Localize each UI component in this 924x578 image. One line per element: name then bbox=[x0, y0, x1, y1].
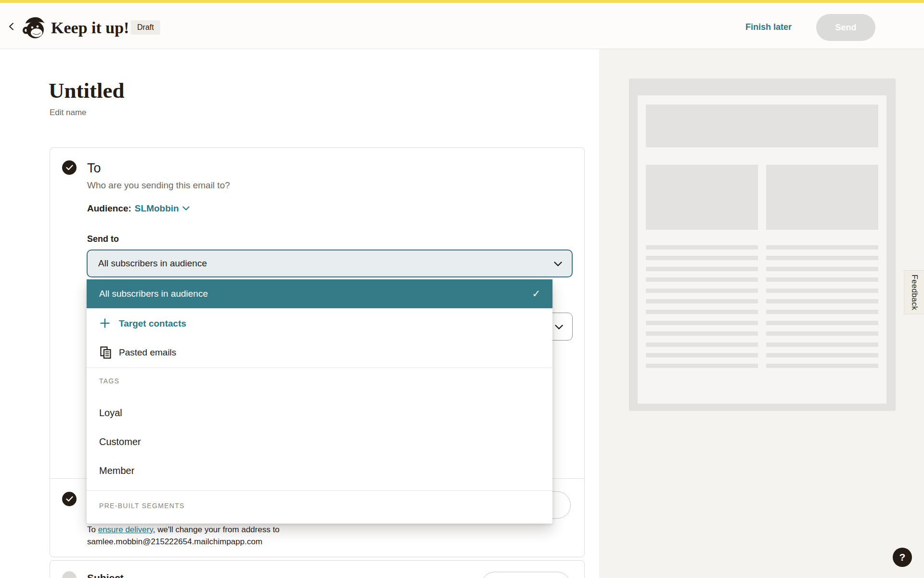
preview-text-line bbox=[646, 331, 758, 336]
to-step-complete-icon bbox=[62, 160, 77, 175]
menu-option-target-contacts[interactable]: Target contacts bbox=[87, 308, 552, 338]
finish-later-button[interactable]: Finish later bbox=[745, 22, 792, 32]
menu-divider bbox=[87, 490, 552, 491]
back-button[interactable] bbox=[5, 20, 18, 34]
from-note-suffix: , we'll change your from address to bbox=[153, 525, 280, 534]
subject-section-heading: Subject bbox=[87, 572, 124, 578]
add-subject-button[interactable] bbox=[481, 572, 571, 578]
menu-option-label: Target contacts bbox=[119, 318, 186, 329]
menu-option-label: Loyal bbox=[99, 407, 122, 419]
status-badge: Draft bbox=[131, 20, 160, 35]
preview-text-line bbox=[766, 245, 878, 250]
paste-icon bbox=[100, 346, 111, 361]
menu-divider bbox=[87, 368, 552, 368]
menu-option-label: Pasted emails bbox=[119, 347, 176, 358]
from-delivery-note: To ensure delivery, we'll change your fr… bbox=[87, 524, 357, 548]
preview-text-line bbox=[646, 267, 758, 271]
edit-name-link[interactable]: Edit name bbox=[50, 108, 87, 118]
chevron-down-icon bbox=[555, 323, 563, 332]
page-title: Keep it up! bbox=[51, 17, 129, 39]
to-section-subtext: Who are you sending this email to? bbox=[87, 180, 230, 191]
header-bar: Keep it up! Draft Finish later Send bbox=[0, 3, 924, 49]
menu-option-all-subscribers[interactable]: All subscribers in audience ✓ bbox=[87, 279, 552, 308]
preview-text-line bbox=[646, 299, 758, 303]
preview-text-line bbox=[646, 245, 758, 250]
campaign-name-title: Untitled bbox=[49, 78, 125, 103]
preview-text-line bbox=[646, 342, 758, 347]
menu-option-tag-loyal[interactable]: Loyal bbox=[87, 399, 552, 427]
preview-image-block bbox=[646, 165, 758, 230]
preview-text-line bbox=[646, 353, 758, 357]
preview-image-block bbox=[766, 165, 878, 230]
audience-label: Audience: bbox=[87, 203, 131, 214]
ensure-delivery-link[interactable]: ensure delivery bbox=[98, 525, 153, 534]
preview-text-line bbox=[646, 277, 758, 282]
preview-text-line bbox=[766, 321, 878, 325]
send-to-label: Send to bbox=[87, 234, 119, 244]
chevron-left-icon bbox=[7, 22, 16, 32]
preview-text-line bbox=[766, 331, 878, 336]
preview-text-line bbox=[646, 289, 758, 293]
preview-text-line bbox=[766, 342, 878, 347]
menu-option-label: Member bbox=[99, 465, 134, 476]
preview-text-line bbox=[766, 277, 878, 282]
menu-option-tag-member[interactable]: Member bbox=[87, 457, 552, 485]
preview-text-line bbox=[766, 289, 878, 293]
preview-text-line bbox=[766, 256, 878, 260]
send-to-dropdown-menu: All subscribers in audience ✓ Target con… bbox=[87, 279, 552, 524]
preview-text-line bbox=[646, 321, 758, 325]
menu-option-pasted-emails[interactable]: Pasted emails bbox=[87, 338, 552, 367]
from-note-prefix: To bbox=[87, 525, 98, 534]
to-section-heading: To bbox=[87, 161, 101, 176]
plus-icon bbox=[100, 318, 110, 330]
preview-text-line bbox=[646, 256, 758, 260]
chevron-down-icon bbox=[182, 204, 190, 213]
preview-text-line bbox=[766, 364, 878, 368]
preview-text-line bbox=[766, 299, 878, 303]
menu-option-tag-customer[interactable]: Customer bbox=[87, 428, 552, 456]
preview-text-column bbox=[766, 245, 878, 375]
menu-option-label: Customer bbox=[99, 436, 141, 447]
feedback-tab[interactable]: Feedback bbox=[904, 270, 924, 315]
preview-header-block bbox=[646, 105, 878, 147]
campaign-editor-screen: Keep it up! Draft Finish later Send Feed… bbox=[0, 0, 924, 578]
from-step-complete-icon bbox=[62, 492, 77, 506]
preview-text-line bbox=[766, 310, 878, 314]
from-note-line1: To ensure delivery, we'll change your fr… bbox=[87, 524, 357, 536]
send-to-select-value: All subscribers in audience bbox=[98, 258, 207, 269]
send-button[interactable]: Send bbox=[816, 14, 875, 41]
preview-text-column bbox=[646, 245, 758, 375]
send-to-select[interactable]: All subscribers in audience bbox=[87, 250, 573, 277]
mailchimp-freddie-logo-icon bbox=[22, 14, 46, 40]
audience-value: SLMobbin bbox=[135, 203, 179, 214]
preview-text-line bbox=[646, 364, 758, 368]
menu-option-label: All subscribers in audience bbox=[99, 279, 208, 308]
preview-text-line bbox=[646, 310, 758, 314]
preview-text-line bbox=[766, 267, 878, 271]
chevron-down-icon bbox=[554, 260, 562, 269]
from-address: samlee.mobbin@215222654.mailchimpapp.com bbox=[87, 536, 357, 548]
check-icon: ✓ bbox=[532, 279, 540, 308]
menu-section-segments-header: PRE-BUILT SEGMENTS bbox=[99, 502, 185, 510]
menu-section-tags-header: TAGS bbox=[99, 377, 119, 385]
preview-text-line bbox=[766, 353, 878, 357]
help-button[interactable]: ? bbox=[893, 548, 912, 567]
audience-dropdown[interactable]: Audience: SLMobbin bbox=[87, 203, 190, 214]
